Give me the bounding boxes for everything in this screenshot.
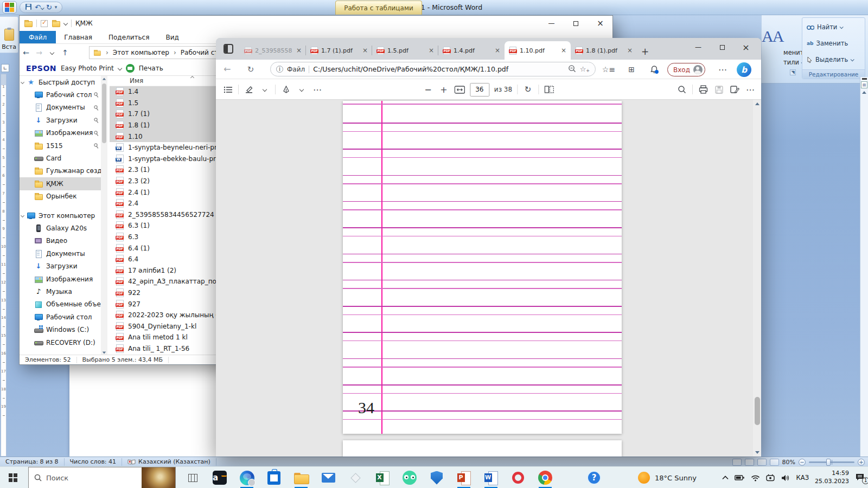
- scrollbar-thumb[interactable]: [755, 397, 760, 425]
- fit-to-width-icon[interactable]: [454, 86, 465, 94]
- search-box[interactable]: Поиск: [28, 467, 176, 488]
- tab-close-icon[interactable]: ×: [494, 47, 501, 54]
- replace-button[interactable]: ab Заменить: [807, 38, 848, 48]
- scrollbar-thumb[interactable]: [102, 84, 106, 143]
- pen-chevron-icon[interactable]: [296, 88, 307, 91]
- taskbar-word[interactable]: [477, 467, 505, 488]
- edge-tab[interactable]: PDF1.10.pdf×: [505, 41, 571, 60]
- pdf-search-icon[interactable]: [676, 85, 687, 94]
- sidebar-item[interactable]: Рабочий стол: [20, 311, 107, 323]
- print-icon[interactable]: [698, 85, 709, 94]
- sidebar-item[interactable]: Гульжанар сөзде: [20, 165, 107, 177]
- word-titlebar[interactable]: ↶ ↻ ▾ Документ1 - Microsoft Word Работа …: [0, 0, 868, 15]
- table-tools-context-tab[interactable]: Работа с таблицами: [335, 1, 422, 15]
- taskbar-excel[interactable]: [369, 467, 396, 488]
- browser-back-icon[interactable]: ←: [224, 64, 231, 74]
- url-text[interactable]: C:/Users/uchit/OneDrive/Рабочий%20стол/Қ…: [313, 65, 564, 73]
- word-count[interactable]: Число слов: 41: [65, 458, 123, 466]
- page-number-input[interactable]: 36: [470, 83, 489, 97]
- pdf-pen-icon[interactable]: [280, 86, 291, 93]
- tab-workspaces-icon[interactable]: [224, 44, 233, 54]
- sidebar-item[interactable]: ↓Загрузки: [20, 260, 107, 272]
- rotate-icon[interactable]: ↻: [522, 85, 533, 94]
- page-count[interactable]: Страница: 8 из 8: [0, 458, 65, 466]
- edge-tab[interactable]: PDF2_53958558×: [240, 41, 306, 60]
- sidebar-item[interactable]: Рабочий стол: [20, 88, 107, 101]
- taskbar-store[interactable]: [260, 467, 288, 488]
- undo-icon[interactable]: ↶: [35, 4, 43, 11]
- edge-maximize-button[interactable]: [710, 39, 734, 55]
- word-scrollbar[interactable]: ▤: [860, 77, 868, 457]
- sidebar-item[interactable]: RECOVERY (D:): [20, 336, 107, 349]
- sidebar-item[interactable]: Документы: [20, 247, 107, 260]
- clock[interactable]: 14:59 25.03.2023: [815, 470, 849, 486]
- language-status[interactable]: Казахский (Казахстан): [122, 458, 216, 466]
- taskbar-edge[interactable]: [233, 467, 260, 488]
- edge-tab[interactable]: PDF1.5.pdf×: [372, 41, 438, 60]
- edge-close-button[interactable]: ×: [734, 39, 758, 55]
- zoom-search-icon[interactable]: [568, 65, 576, 74]
- menu-item-1[interactable]: Главная: [56, 31, 100, 43]
- weather-widget[interactable]: 18°C Sunny: [638, 467, 697, 488]
- qat-customize-chevron-icon[interactable]: [63, 21, 68, 25]
- sidebar-item[interactable]: ↓Загрузки: [20, 114, 107, 126]
- device-sync-icon[interactable]: [766, 474, 775, 481]
- save-as-icon[interactable]: [729, 85, 740, 94]
- pdf-zoom-in-icon[interactable]: +: [438, 85, 449, 95]
- menu-item-0[interactable]: Файл: [20, 31, 56, 43]
- epson-chevron-icon[interactable]: [118, 66, 122, 70]
- zoom-level[interactable]: 80%: [782, 459, 795, 466]
- split-handle[interactable]: [862, 78, 867, 80]
- epson-app-label[interactable]: Easy Photo Print: [61, 65, 114, 72]
- tab-close-icon[interactable]: ×: [361, 47, 369, 54]
- change-styles-label2[interactable]: тили: [783, 59, 804, 66]
- scroll-up-icon[interactable]: [755, 102, 760, 105]
- breadcrumb-item[interactable]: Этот компьютер: [113, 49, 169, 56]
- highlighter-chevron-icon[interactable]: [259, 88, 270, 91]
- zoom-slider[interactable]: [809, 461, 854, 463]
- tab-close-icon[interactable]: ×: [427, 47, 435, 54]
- pdf-highlighter-icon[interactable]: [244, 86, 254, 93]
- print-label[interactable]: Печать: [139, 65, 163, 72]
- taskbar-powerpoint[interactable]: [450, 467, 477, 488]
- save-icon[interactable]: [713, 86, 724, 94]
- page-info-icon[interactable]: i: [276, 66, 283, 73]
- settings-more-icon[interactable]: ⋯: [716, 63, 729, 75]
- view-print-layout-button[interactable]: [732, 459, 742, 466]
- sidebar-item[interactable]: ♪Музыка: [20, 285, 107, 298]
- new-folder-icon[interactable]: [52, 19, 60, 28]
- properties-check-icon[interactable]: [41, 20, 48, 27]
- taskbar-chrome[interactable]: [532, 467, 559, 488]
- sidebar-item[interactable]: Этот компьютер: [20, 209, 107, 222]
- tab-stop-selector[interactable]: ∟: [1, 64, 9, 72]
- pdf-zoom-out-icon[interactable]: −: [423, 85, 433, 95]
- tab-close-icon[interactable]: ×: [560, 47, 567, 54]
- explorer-titlebar[interactable]: ҚМЖ — ×: [20, 16, 612, 31]
- view-web-button[interactable]: [757, 459, 767, 466]
- tab-close-icon[interactable]: ×: [295, 47, 303, 54]
- address-bar[interactable]: i Файл C:/Users/uchit/OneDrive/Рабочий%2…: [270, 62, 596, 76]
- collections-icon[interactable]: ⊞: [625, 63, 638, 75]
- view-fullscreen-button[interactable]: [745, 459, 754, 466]
- tray-chevron-up-icon[interactable]: [722, 476, 729, 480]
- scroll-down-icon[interactable]: [103, 352, 106, 354]
- sidebar-item[interactable]: Card: [20, 152, 107, 164]
- sidebar-item[interactable]: Документы: [20, 101, 107, 114]
- taskbar-help[interactable]: ?: [580, 467, 608, 488]
- pdf-more-icon[interactable]: ⋯: [745, 85, 756, 95]
- sidebar-scrollbar[interactable]: [101, 76, 107, 356]
- ruler-toggle-icon[interactable]: ▤: [861, 81, 867, 88]
- scroll-up-icon[interactable]: [862, 91, 866, 94]
- save-icon[interactable]: [25, 3, 32, 11]
- find-button[interactable]: Найти: [807, 22, 843, 32]
- edge-tabbar[interactable]: PDF2_53958558×PDF1.7 (1).pdf×PDF1.5.pdf×…: [216, 38, 761, 60]
- zoom-in-button[interactable]: +: [858, 459, 865, 466]
- taskbar-amazon[interactable]: a: [206, 467, 233, 488]
- add-favorite-star-icon[interactable]: ☆+: [580, 65, 590, 73]
- zoom-slider-thumb[interactable]: [826, 459, 831, 466]
- zoom-out-button[interactable]: −: [799, 459, 806, 466]
- favorites-bar-icon[interactable]: ☆≡: [602, 63, 615, 75]
- notifications-bell-icon[interactable]: [648, 63, 661, 75]
- volume-icon[interactable]: [781, 474, 790, 481]
- menu-item-3[interactable]: Вид: [157, 31, 187, 43]
